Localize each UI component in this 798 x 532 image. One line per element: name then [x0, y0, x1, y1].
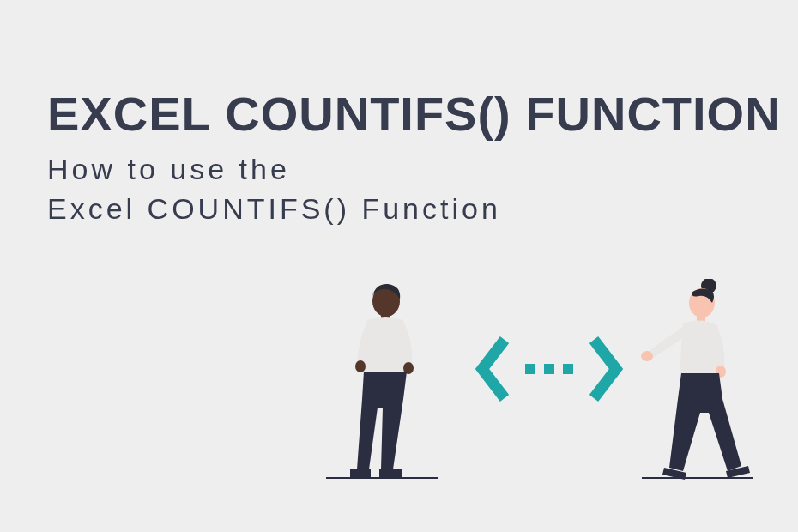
page-title: EXCEL COUNTIFS() FUNCTION: [47, 86, 781, 142]
hero-illustration: [292, 266, 772, 506]
svg-point-9: [641, 351, 653, 361]
chevron-right-icon: [585, 335, 626, 403]
person-right-illustration: [626, 279, 764, 485]
chevron-left-icon: [472, 335, 513, 403]
page-subtitle: How to use the Excel COUNTIFS() Function: [47, 150, 501, 229]
person-left-illustration: [326, 279, 438, 485]
code-brackets-icon: [463, 330, 635, 408]
ellipsis-icon: [525, 364, 573, 374]
svg-point-3: [355, 360, 366, 372]
